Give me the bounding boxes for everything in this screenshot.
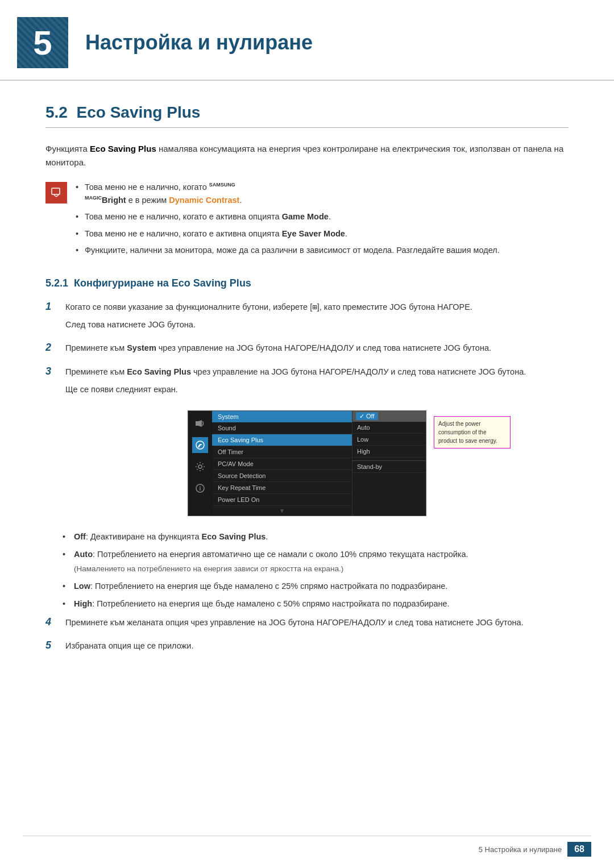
menu-item-led: Power LED On [212, 494, 352, 506]
step-number-3: 3 [45, 366, 57, 377]
menu-tooltip: Adjust the power consumption of the prod… [434, 416, 511, 448]
note-box: Това меню не е налично, когато SAMSUNGMA… [45, 181, 569, 260]
subsection-heading: 5.2.1 Конфигуриране на Eco Saving Plus [45, 277, 569, 289]
icon-settings [192, 459, 208, 475]
step-content-1: Когато се появи указание за функционални… [65, 301, 472, 331]
note-item-4: Функциите, налични за монитора, може да … [76, 244, 500, 257]
note-item-3: Това меню не е налично, когато е активна… [76, 227, 500, 240]
menu-screenshot: i System Sound Eco Saving Plus Off Timer… [188, 410, 426, 516]
options-bullet-list: Off: Деактивиране на функцията Eco Savin… [63, 530, 569, 610]
footer-text: 5 Настройка и нулиране [479, 845, 562, 854]
menu-item-off-timer: Off Timer [212, 446, 352, 458]
menu-panel: i System Sound Eco Saving Plus Off Timer… [188, 411, 426, 516]
note-item-1: Това меню не е налично, когато SAMSUNGMA… [76, 181, 500, 207]
page: 5 Настройка и нулиране 5.2 Eco Saving Pl… [0, 0, 614, 868]
step-sub-1: След това натиснете JOG бутона. [65, 318, 472, 331]
menu-right-auto: Auto [352, 422, 426, 434]
option-auto: Auto: Потреблението на енергия автоматич… [63, 548, 569, 575]
menu-title: System [212, 411, 352, 422]
chapter-number-box: 5 [17, 17, 68, 68]
step-content-5: Избраната опция ще се приложи. [65, 639, 193, 653]
step-4: 4 Преминете към желаната опция чрез упра… [45, 616, 569, 629]
note-icon [45, 182, 67, 203]
screenshot-wrapper: i System Sound Eco Saving Plus Off Timer… [188, 410, 426, 516]
menu-left-icons: i [188, 411, 212, 516]
step-content-3: Преминете към Eco Saving Plus чрез управ… [65, 366, 526, 396]
intro-text: Функцията Eco Saving Plus намалява консу… [45, 142, 569, 169]
menu-right-high: High [352, 446, 426, 458]
chapter-title: Настройка и нулиране [85, 31, 313, 55]
note-item-2: Това меню не е налично, когато е активна… [76, 210, 500, 223]
screenshot-container: i System Sound Eco Saving Plus Off Timer… [45, 410, 569, 516]
menu-right-low: Low [352, 434, 426, 446]
step-2: 2 Преминете към System чрез управление н… [45, 342, 569, 355]
icon-eco [192, 437, 208, 453]
step-number-2: 2 [45, 342, 57, 354]
option-low: Low: Потреблението на енергия ще бъде на… [63, 580, 569, 593]
step-5: 5 Избраната опция ще се приложи. [45, 639, 569, 653]
chapter-header: 5 Настройка и нулиране [0, 0, 614, 81]
step-1: 1 Когато се появи указание за функционал… [45, 301, 569, 331]
option-high: High: Потреблението на енергия ще бъде н… [63, 597, 569, 610]
svg-line-2 [56, 195, 59, 197]
icon-sound [192, 416, 208, 431]
page-footer: 5 Настройка и нулиране 68 [23, 836, 591, 857]
footer-page-number: 68 [567, 842, 591, 857]
step-sub-3: Ще се появи следният екран. [65, 383, 526, 396]
step-content-2: Преминете към System чрез управление на … [65, 342, 491, 355]
section-heading: 5.2 Eco Saving Plus [45, 103, 569, 128]
svg-rect-0 [52, 188, 60, 194]
step-content-4: Преминете към желаната опция чрез управл… [65, 616, 524, 629]
chapter-number: 5 [33, 23, 52, 63]
menu-item-key: Key Repeat Time [212, 482, 352, 494]
menu-item-source: Source Detection [212, 470, 352, 482]
icon-info: i [192, 480, 208, 496]
menu-right: ✓ Off Auto Low High Stand-by [352, 411, 426, 516]
svg-point-6 [198, 465, 202, 468]
menu-right-standby: Stand-by [352, 460, 426, 473]
menu-item-pcav: PC/AV Mode [212, 458, 352, 470]
svg-line-1 [54, 195, 56, 197]
step-3: 3 Преминете към Eco Saving Plus чрез упр… [45, 366, 569, 396]
main-content: 5.2 Eco Saving Plus Функцията Eco Saving… [0, 103, 614, 697]
menu-center: System Sound Eco Saving Plus Off Timer P… [212, 411, 352, 516]
step-number-1: 1 [45, 301, 57, 313]
menu-item-eco: Eco Saving Plus [212, 434, 352, 446]
note-list: Това меню не е налично, когато SAMSUNGMA… [76, 181, 500, 260]
menu-right-title: ✓ Off [352, 411, 426, 422]
step-number-5: 5 [45, 639, 57, 651]
step-number-4: 4 [45, 616, 57, 628]
svg-marker-4 [198, 420, 202, 427]
option-off: Off: Деактивиране на функцията Eco Savin… [63, 530, 569, 543]
menu-item-sound: Sound [212, 422, 352, 434]
svg-rect-3 [196, 421, 198, 426]
svg-text:i: i [200, 485, 201, 492]
